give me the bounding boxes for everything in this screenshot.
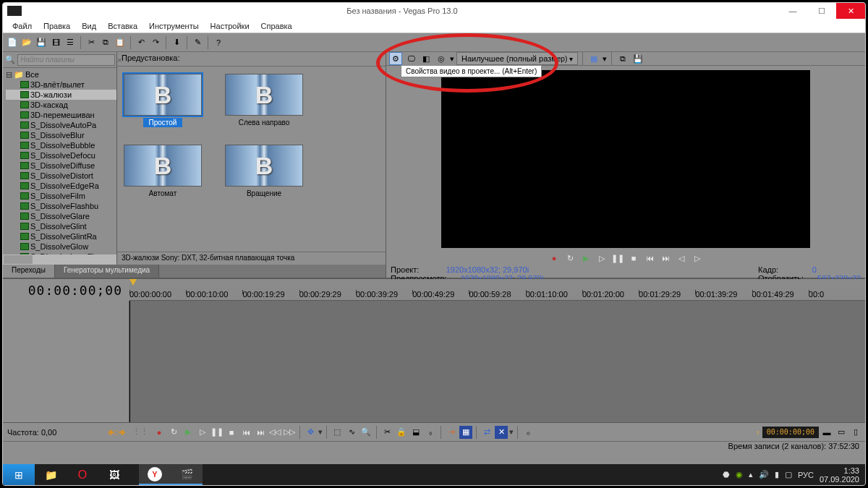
tree-item[interactable]: S_DissolveGlintRa [6, 231, 116, 241]
tray-up-icon[interactable]: ▴ [749, 470, 753, 479]
system-tray[interactable]: ⬣ ◉ ▴ 🔊 ▮ ▢ РУС 1:33 07.09.2020 [717, 466, 865, 484]
minimize-button[interactable]: — [778, 3, 807, 19]
selection-tool-icon[interactable]: ⬚ [331, 426, 344, 439]
copy-snapshot-icon[interactable]: ⧉ [616, 52, 629, 65]
network-icon[interactable]: ▮ [775, 470, 779, 479]
tl-go-end-button[interactable]: ⏭ [254, 427, 267, 438]
tree-item[interactable]: S_DissolveGlow [6, 241, 116, 252]
taskbar-explorer-icon[interactable]: 📁 [35, 464, 67, 485]
tl-record-button[interactable]: ● [153, 427, 166, 438]
tree-item[interactable]: S_DissolveDistort [6, 171, 116, 181]
properties-icon[interactable]: ☰ [64, 36, 77, 49]
tree-item[interactable]: S_DissolveEdgeRa [6, 181, 116, 191]
tl-play-start-button[interactable]: ▶ [182, 427, 195, 438]
loop-button[interactable]: ↻ [563, 252, 576, 264]
auto-ripple-icon[interactable]: ⇄ [480, 426, 493, 439]
pause-button[interactable]: ❚❚ [611, 252, 624, 264]
next-frame-button[interactable]: ▷ [691, 252, 704, 264]
lock-icon[interactable]: 🔒 [395, 426, 408, 439]
steam-icon[interactable]: ⬣ [723, 470, 730, 479]
preset-item[interactable]: Автомат [123, 145, 203, 198]
record-button[interactable]: ● [548, 252, 561, 264]
snap-icon[interactable]: ⬇ [170, 36, 183, 49]
zoom-height-icon[interactable]: ▯ [849, 426, 862, 439]
marker-icon[interactable]: ⬨ [424, 426, 437, 439]
preset-item[interactable]: Слева направо [224, 74, 304, 127]
tl-go-start-button[interactable]: ⏮ [239, 427, 252, 438]
quantize-icon[interactable]: ▦ [459, 426, 472, 439]
start-button[interactable]: ⊞ [3, 464, 35, 485]
track-headers[interactable] [3, 301, 129, 422]
taskbar-yandex-icon[interactable]: Y [139, 464, 171, 485]
tree-item[interactable]: S_DissolveFilm [6, 191, 116, 201]
taskbar-clock[interactable]: 1:33 07.09.2020 [820, 466, 859, 484]
stop-button[interactable]: ■ [627, 252, 640, 264]
play-button[interactable]: ▷ [595, 252, 608, 264]
tree-item[interactable]: 3D-жалюзи [6, 90, 116, 100]
help-icon[interactable]: ? [212, 36, 225, 49]
go-start-button[interactable]: ⏮ [643, 252, 656, 264]
zoom-tool-icon[interactable]: 🔍 [359, 426, 373, 439]
split-icon[interactable]: ✂ [380, 426, 393, 439]
tree-item[interactable]: S_DissolveGlare [6, 211, 116, 221]
preview-quality-dropdown[interactable]: Наилучшее (полный размер) ▾ [456, 52, 578, 65]
brush-icon[interactable]: ✎ [191, 36, 204, 49]
tl-play-button[interactable]: ▷ [196, 427, 209, 438]
zoom-in-icon[interactable]: ▭ [835, 426, 848, 439]
master-timecode[interactable]: 00:00:00;00 [28, 283, 122, 298]
maximize-button[interactable]: ☐ [807, 3, 836, 19]
tab-transitions[interactable]: Переходы [3, 265, 55, 278]
group-icon[interactable]: ⬓ [409, 426, 422, 439]
menu-view[interactable]: Вид [77, 20, 101, 32]
save-icon[interactable]: 💾 [35, 36, 48, 49]
undo-icon[interactable]: ↶ [135, 36, 148, 49]
tree-hscrollbar[interactable] [3, 254, 116, 265]
language-indicator[interactable]: РУС [798, 471, 814, 479]
taskbar-opera-icon[interactable]: O [67, 464, 98, 485]
zoom-out-icon[interactable]: ▬ [820, 426, 833, 439]
redo-icon[interactable]: ↷ [149, 36, 162, 49]
menu-settings[interactable]: Настройки [205, 20, 255, 32]
tree-item[interactable]: S_DissolveDefocu [6, 150, 116, 160]
timeline-ruler[interactable]: 00:00:00:0000:00:10:0000:00:19:2900:00:2… [129, 279, 865, 301]
scrub-control-icon[interactable]: ◆◇◆ [108, 427, 125, 437]
snap-enable-icon[interactable]: ⇥ [445, 426, 458, 439]
tab-media-generators[interactable]: Генераторы мультимедиа [55, 265, 159, 278]
normal-edit-tool-icon[interactable]: ✥ [304, 426, 317, 439]
menu-insert[interactable]: Вставка [103, 20, 142, 32]
open-icon[interactable]: 📂 [20, 36, 33, 49]
tl-stop-button[interactable]: ■ [225, 427, 238, 438]
tl-loop-button[interactable]: ↻ [167, 427, 180, 438]
menu-file[interactable]: Файл [7, 20, 37, 32]
close-button[interactable]: ✕ [836, 3, 865, 19]
external-monitor-icon[interactable]: 🖵 [404, 52, 417, 65]
tree-item[interactable]: S_DissolveBlur [6, 130, 116, 140]
play-start-button[interactable]: ▶ [579, 252, 592, 264]
plugin-search-input[interactable] [17, 54, 115, 66]
ignore-event-icon[interactable]: ⬦ [522, 426, 535, 439]
tl-pause-button[interactable]: ❚❚ [210, 427, 224, 438]
volume-icon[interactable]: 🔊 [759, 470, 769, 479]
copy-icon[interactable]: ⧉ [99, 36, 112, 49]
tl-next-frame-button[interactable]: ▷▷ [283, 427, 296, 438]
project-properties-icon[interactable]: ⚙ [389, 52, 402, 65]
preset-item[interactable]: Вращение [224, 145, 304, 198]
action-center-icon[interactable]: ▢ [785, 470, 792, 479]
tree-item[interactable]: S_DissolveGlint [6, 221, 116, 231]
tree-item[interactable]: 3D-перемешиван [6, 110, 116, 120]
split-screen-icon[interactable]: ◧ [420, 52, 433, 65]
prev-frame-button[interactable]: ◁ [675, 252, 688, 264]
paste-icon[interactable]: 📋 [114, 36, 127, 49]
playhead-marker[interactable] [129, 279, 137, 288]
menu-help[interactable]: Справка [256, 20, 297, 32]
new-icon[interactable]: 📄 [6, 36, 19, 49]
tree-item[interactable]: S_DissolveFlashbu [6, 201, 116, 211]
render-icon[interactable]: 🎞 [49, 36, 62, 49]
nvidia-icon[interactable]: ◉ [736, 470, 743, 479]
menu-tools[interactable]: Инструменты [144, 20, 204, 32]
taskbar-app-icon[interactable]: 🖼 [98, 464, 130, 485]
grid-icon[interactable]: ▦ [587, 52, 600, 65]
tl-prev-frame-button[interactable]: ◁◁ [268, 427, 281, 438]
tree-item[interactable]: S_DissolveBubble [6, 140, 116, 150]
tree-item[interactable]: 3D-каскад [6, 100, 116, 110]
